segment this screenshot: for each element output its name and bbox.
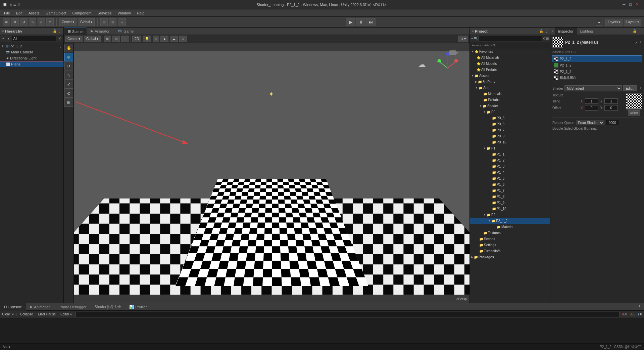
offset-x-input[interactable] xyxy=(585,105,598,111)
hier-add-btn[interactable]: + xyxy=(1,36,5,41)
shader-edit-btn[interactable]: Edit... xyxy=(623,85,637,91)
rotate-tool-btn[interactable]: ↺ xyxy=(64,62,73,71)
tab-scene[interactable]: ⊞ Scene xyxy=(64,28,87,35)
tab-lighting[interactable]: Lighting xyxy=(577,28,597,35)
assets-root[interactable]: ▼ 📁 Assets xyxy=(470,73,550,79)
folder-p1[interactable]: ▼ 📁 P1 xyxy=(470,145,550,151)
collapse-btn[interactable]: Collapse xyxy=(19,312,35,316)
tiling-y-input[interactable] xyxy=(604,98,618,104)
scene-2d-btn[interactable]: 2D xyxy=(132,36,141,42)
menu-services[interactable]: Services xyxy=(95,10,114,16)
view-tab-more[interactable]: ⋮ xyxy=(460,29,469,33)
hand-tool-btn[interactable]: ✋ xyxy=(64,44,73,52)
scene-sky-btn[interactable]: ☁ xyxy=(170,36,178,42)
project-search-icon[interactable]: 🔍 xyxy=(474,37,478,40)
folder-arts[interactable]: ▼ 📁 Arts xyxy=(470,85,550,91)
folder-materials[interactable]: 📁 Materials xyxy=(470,91,550,97)
asset-preview-p2-1-2-checker2[interactable]: P2_1_2 xyxy=(552,69,642,75)
toolbar-transform[interactable]: ⊙ xyxy=(46,18,54,26)
error-pause-btn[interactable]: Error Pause xyxy=(37,312,57,316)
folder-p0-5[interactable]: 📁 P0_5 xyxy=(470,115,550,121)
hier-more-root[interactable]: ⋮ xyxy=(59,44,62,48)
project-more-icon[interactable]: ⋮ xyxy=(545,29,548,33)
menu-edit[interactable]: Edit xyxy=(13,10,25,16)
menu-help[interactable]: Help xyxy=(134,10,147,16)
collab-btn[interactable]: ☁ xyxy=(596,19,602,26)
texture-select-btn[interactable]: Select xyxy=(628,110,640,116)
project-lock-icon[interactable]: 🔓 xyxy=(539,29,543,33)
inspector-more-icon[interactable]: ⋮ xyxy=(638,29,644,33)
transform-all-btn[interactable]: ⊙ xyxy=(64,89,73,98)
global-dropdown[interactable]: Global ▾ xyxy=(78,18,95,26)
scene-audio-btn[interactable]: ♦ xyxy=(153,36,159,42)
scene-grid-btn[interactable]: ⊞ xyxy=(112,36,120,42)
folder-p0-6[interactable]: 📁 P0_6 xyxy=(470,121,550,127)
toolbar-move[interactable]: ✥ xyxy=(11,18,19,26)
editor-dropdown[interactable]: Editor ▾ xyxy=(59,312,73,316)
layers-dropdown[interactable]: Layers ▾ xyxy=(605,19,623,26)
tab-animator[interactable]: ▶ Animator xyxy=(87,28,113,35)
scene-center-btn[interactable]: Center ▾ xyxy=(65,36,83,42)
hier-item-root[interactable]: ▼ ⊞ P2_1_2 ⋮ xyxy=(0,43,63,49)
layout-dropdown[interactable]: Layout ▾ xyxy=(624,19,641,26)
menu-window[interactable]: Window xyxy=(115,10,134,16)
console-search[interactable] xyxy=(75,312,620,317)
scene-scale-btn[interactable]: ↔ xyxy=(121,36,129,42)
favorites-header[interactable]: ▼ ⭐ Favorites xyxy=(470,48,550,54)
pause-btn[interactable]: ⏸ xyxy=(356,18,365,26)
project-search[interactable] xyxy=(479,36,542,41)
folder-p1-2[interactable]: 📁 P1_2 xyxy=(470,157,550,163)
toolbar-hand[interactable]: ⊕ xyxy=(3,18,10,26)
menu-assets[interactable]: Assets xyxy=(26,10,42,16)
folder-3rdparty[interactable]: ▶ 📁 3rdParty xyxy=(470,79,550,85)
folder-tutorialinfo[interactable]: 📁 TutorialInfo xyxy=(470,248,550,254)
tab-console[interactable]: ⊟ Console xyxy=(0,303,26,311)
toolbar-rotate[interactable]: ↺ xyxy=(20,18,28,26)
folder-packages[interactable]: ▶ 📁 Packages xyxy=(470,254,550,260)
offset-y-input[interactable] xyxy=(604,105,618,111)
fav-prefabs[interactable]: ⭐ All Prefabs xyxy=(470,67,550,73)
clear-btn[interactable]: ▾ xyxy=(12,312,14,316)
folder-settings[interactable]: 📁 Settings xyxy=(470,242,550,248)
scene-light-btn[interactable]: 💡 xyxy=(143,36,151,42)
viewport[interactable]: X Y Z ☁ ✦ < xyxy=(74,43,469,303)
scene-fx-btn[interactable]: ▲ xyxy=(160,36,168,42)
folder-scenes[interactable]: 📁 Scenes xyxy=(470,236,550,242)
scene-overlay-btn[interactable]: ⊙ xyxy=(179,36,187,42)
project-grid-btn[interactable]: ⊞ xyxy=(546,37,549,40)
folder-p0-10[interactable]: 📁 P0_10 xyxy=(470,139,550,145)
asset-preview-chess[interactable]: 棋盘格黑白 xyxy=(552,75,642,81)
toolbar-rect[interactable]: ⤢ xyxy=(38,18,45,26)
hierarchy-search[interactable] xyxy=(12,36,56,41)
bottom-tab-more[interactable]: ⋮ xyxy=(635,305,644,309)
folder-p1-3[interactable]: 📁 P1_3 xyxy=(470,163,550,169)
render-queue-select[interactable]: From Shader xyxy=(576,120,604,125)
folder-p2[interactable]: ▼ 📁 P2 xyxy=(470,212,550,218)
folder-p1-10[interactable]: 📁 P1_10 xyxy=(470,206,550,212)
tab-shader-ref[interactable]: Shader参考大全 xyxy=(90,303,125,311)
step-btn[interactable]: ⏭ xyxy=(366,18,376,26)
custom-btn[interactable]: ⊞ xyxy=(64,98,73,107)
folder-p1-9[interactable]: 📁 P1_9 xyxy=(470,200,550,206)
asset-preview-p2-1-2-green[interactable]: P2_1_2 xyxy=(552,62,642,68)
hier-dropdown-btn[interactable]: ▾ xyxy=(7,36,10,41)
shader-menu-icon[interactable]: ⋮ xyxy=(639,87,642,90)
grid-btn2[interactable]: ⊞ xyxy=(109,18,116,26)
center-dropdown[interactable]: Center ▾ xyxy=(59,18,77,26)
tab-animation[interactable]: ▶ Animation xyxy=(26,303,54,311)
hier-item-plane[interactable]: ⬜ Plane xyxy=(0,61,63,67)
hierarchy-more-icon[interactable]: ⋮ xyxy=(58,29,61,33)
rect-tool-btn[interactable]: ⤢ xyxy=(64,80,73,89)
folder-p1-8[interactable]: 📁 P1_8 xyxy=(470,193,550,200)
tab-frame-debugger[interactable]: Frame Debugger xyxy=(54,303,90,311)
tab-inspector[interactable]: Inspector xyxy=(555,28,577,35)
minimize-btn[interactable]: ─ xyxy=(623,2,626,7)
folder-p1-7[interactable]: 📁 P1_7 xyxy=(470,187,550,193)
scene-global-btn[interactable]: Global ▾ xyxy=(84,36,101,42)
scene-move-btn[interactable]: ⊕ xyxy=(104,36,111,42)
texture-preview-img[interactable] xyxy=(626,93,642,110)
menu-file[interactable]: File xyxy=(1,10,13,16)
folder-material[interactable]: 📁 Material xyxy=(470,224,550,230)
folder-p2-1-2[interactable]: ▼ 📁 P2_1_2 xyxy=(470,218,550,224)
hier-item-light[interactable]: ☀ Directional Light xyxy=(0,55,63,61)
